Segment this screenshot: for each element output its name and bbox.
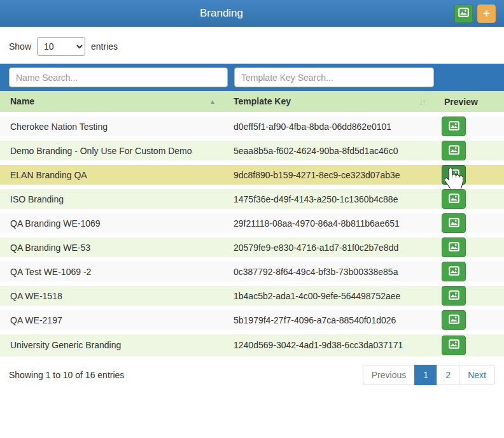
preview-button[interactable]	[442, 286, 466, 306]
cell-template-key: 1b4ac5b2-ada1-4c00-9efe-564498752aee	[223, 284, 434, 308]
entries-label: entries	[91, 41, 118, 52]
image-icon	[449, 314, 459, 326]
column-header-name[interactable]: ▲ Name	[0, 91, 223, 115]
cell-name: Demo Branding - Only Use For Custom Demo	[0, 139, 223, 163]
table-row: QA Branding WE-53 20579fe9-e830-4716-a1d…	[0, 236, 504, 260]
name-search-input[interactable]	[9, 67, 228, 87]
table-row: ISO Branding 1475f36e-d49f-4143-a250-1c1…	[0, 187, 504, 211]
image-icon	[458, 8, 469, 20]
table-body: Cherokee Nation Testing d0eff5f1-af90-4f…	[0, 115, 504, 357]
page-size-select[interactable]: 10	[37, 37, 85, 56]
pagination: Previous 1 2 Next	[363, 365, 495, 385]
template-key-search-input[interactable]	[234, 67, 434, 87]
entries-summary: Showing 1 to 10 of 16 entries	[9, 370, 124, 380]
image-icon	[449, 194, 459, 205]
sort-both-icon: ↓↑	[419, 96, 425, 108]
image-icon	[449, 169, 459, 181]
preview-button[interactable]	[442, 141, 466, 160]
table-row: University Generic Branding 1240d569-304…	[0, 332, 504, 357]
page-title: Branding	[0, 0, 443, 27]
panel-header: Branding +	[0, 0, 504, 27]
table-row: Cherokee Nation Testing d0eff5f1-af90-4f…	[0, 115, 504, 139]
cell-name: QA Branding WE-1069	[0, 211, 223, 236]
show-label: Show	[9, 41, 31, 52]
image-icon	[449, 145, 459, 157]
cell-name: QA WE-1518	[0, 284, 223, 308]
image-icon	[449, 290, 459, 302]
header-actions: +	[454, 4, 496, 23]
table-header-row: ▲ Name ↓↑ Template Key Preview	[0, 91, 504, 115]
column-header-preview: Preview	[434, 91, 504, 115]
filter-row	[0, 64, 504, 91]
cell-name: QA Branding WE-53	[0, 236, 223, 260]
cell-template-key: d0eff5f1-af90-4fba-8bda-06dd862e0101	[223, 115, 434, 139]
length-control: Show 10 entries	[9, 37, 495, 56]
sort-ascending-icon: ▲	[209, 96, 216, 108]
cell-name: ELAN Branding QA	[0, 163, 223, 187]
cell-name: QA Test WE-1069 -2	[0, 260, 223, 284]
cell-template-key: 29f21118-08aa-4970-86a4-8b811b6ae651	[223, 211, 434, 236]
table-row: QA WE-2197 5b1979f4-27f7-4096-a7ca-88540…	[0, 308, 504, 332]
table-row: QA Test WE-1069 -2 0c387792-8f64-49c4-bf…	[0, 260, 504, 284]
preview-button[interactable]	[442, 189, 466, 209]
table-row: QA WE-1518 1b4ac5b2-ada1-4c00-9efe-56449…	[0, 284, 504, 308]
cell-template-key: 0c387792-8f64-49c4-bf3b-73b00338e85a	[223, 260, 434, 284]
image-icon	[449, 339, 459, 351]
cell-template-key: 20579fe9-e830-4716-a1d7-81f0c2b7e8dd	[223, 236, 434, 260]
cell-name: ISO Branding	[0, 187, 223, 211]
cell-template-key: 5b1979f4-27f7-4096-a7ca-88540f01d026	[223, 308, 434, 332]
preview-all-button[interactable]	[454, 4, 473, 23]
cell-template-key: 1475f36e-d49f-4143-a250-1c1360b4c88e	[223, 187, 434, 211]
preview-button[interactable]	[442, 336, 466, 355]
pagination-previous[interactable]: Previous	[363, 365, 415, 385]
preview-button[interactable]	[442, 117, 466, 136]
table-row: ELAN Branding QA 9dc8f890-b159-4271-8ec9…	[0, 163, 504, 187]
table-row: Demo Branding - Only Use For Custom Demo…	[0, 139, 504, 163]
preview-button[interactable]	[442, 262, 466, 281]
cell-template-key: 9dc8f890-b159-4271-8ec9-ce323d07ab3e	[223, 163, 434, 187]
cell-name: QA WE-2197	[0, 308, 223, 332]
pagination-page-2[interactable]: 2	[437, 365, 459, 385]
preview-button[interactable]	[442, 310, 466, 330]
cell-template-key: 1240d569-3042-4ad1-9d38-6cc3da037171	[223, 332, 434, 357]
preview-button[interactable]	[442, 237, 466, 257]
preview-button[interactable]	[442, 213, 466, 233]
preview-button[interactable]	[442, 165, 466, 185]
column-header-template-key[interactable]: ↓↑ Template Key	[223, 91, 434, 115]
plus-icon: +	[483, 7, 490, 19]
image-icon	[449, 218, 459, 229]
pagination-page-1[interactable]: 1	[414, 365, 437, 385]
branding-table: ▲ Name ↓↑ Template Key Preview Cherokee …	[0, 91, 504, 357]
table-footer: Showing 1 to 10 of 16 entries Previous 1…	[0, 357, 504, 385]
pagination-next[interactable]: Next	[459, 365, 495, 385]
image-icon	[449, 121, 459, 132]
image-icon	[449, 266, 459, 278]
image-icon	[449, 242, 459, 253]
table-row: QA Branding WE-1069 29f21118-08aa-4970-8…	[0, 211, 504, 236]
cell-name: University Generic Branding	[0, 332, 223, 357]
add-branding-button[interactable]: +	[477, 4, 496, 23]
cell-template-key: 5eaa8b5a-f602-4624-90ba-8fd5d1ac46c0	[223, 139, 434, 163]
cell-name: Cherokee Nation Testing	[0, 115, 223, 139]
